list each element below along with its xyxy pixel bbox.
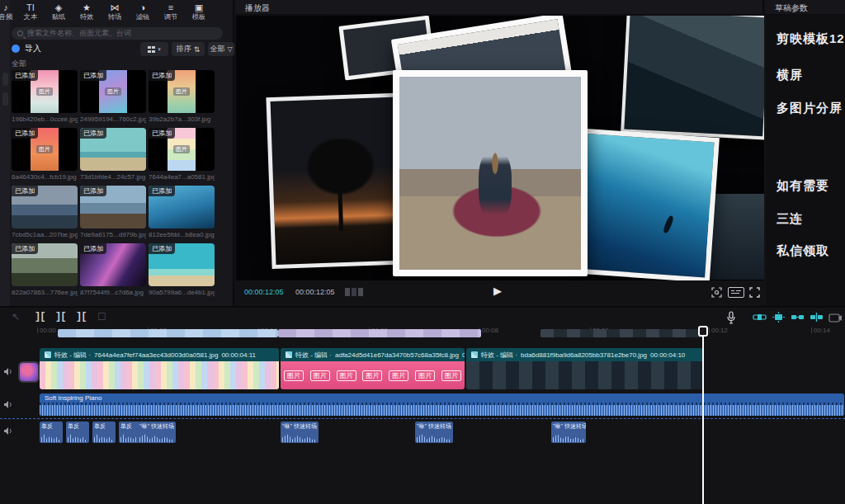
mute-track-icon[interactable] — [3, 367, 13, 376]
tab-audio[interactable]: ♪音频 — [0, 0, 17, 26]
clip-header: 特效 - 编辑 · adfa24d5d41e67da3470b57c68a35f… — [281, 348, 465, 361]
media-item[interactable]: 已添加 7cbd5c1aa...207be.jpg — [12, 186, 78, 238]
effect-icon — [45, 351, 51, 358]
preview-photo-mountains — [621, 16, 764, 140]
snap-icon[interactable] — [772, 312, 786, 323]
media-item[interactable]: 已添加 图片 249959194...760c2.jpg — [80, 70, 146, 123]
added-badge: 已添加 — [12, 70, 38, 81]
preview-photo-corner — [706, 194, 764, 280]
tab-filters[interactable]: ◑滤镜 — [129, 0, 157, 26]
ruler-tick: 00:08 — [482, 327, 498, 334]
play-button[interactable]: ▶ — [493, 285, 502, 297]
ruler-tick: 00:14 — [814, 327, 830, 334]
param-line: 三连 — [777, 211, 803, 227]
collapsed-nav-pill[interactable] — [2, 73, 8, 86]
overlay-track-segment[interactable] — [541, 329, 703, 337]
clip-thumbnails — [40, 361, 279, 389]
ruler-tick: 00:00 — [40, 327, 56, 334]
fit-screen-icon[interactable] — [711, 287, 722, 298]
media-thumbnail: 已添加 图片 — [12, 128, 78, 171]
preview-axis-icon[interactable] — [810, 312, 824, 323]
overlay-track-segment[interactable] — [278, 329, 481, 337]
linkage-icon[interactable] — [791, 312, 805, 323]
split-icon-3[interactable]: ][ — [76, 311, 86, 323]
media-thumbnail: 已添加 — [80, 186, 146, 228]
media-item[interactable]: 已添加 图片 6a46430c4...fcb19.jpg — [12, 128, 78, 181]
player-title: 播放器 — [245, 2, 270, 14]
added-badge: 已添加 — [149, 70, 175, 81]
frame-grid-icon[interactable] — [345, 288, 363, 296]
search-input[interactable]: 搜索文件名称、画面元素、台词 — [12, 27, 223, 40]
adjust-icon: ≡ — [157, 2, 185, 12]
tab-transitions[interactable]: ⋈转场 — [101, 0, 129, 26]
tab-effects[interactable]: ★特效 — [73, 0, 101, 26]
sfx-clip-shutter[interactable]: 单反 — [66, 422, 89, 443]
media-item[interactable]: 已添加 812ee5fdd...b8ea0.jpg — [149, 186, 215, 238]
split-icon-2[interactable]: ][ — [55, 311, 65, 323]
tab-adjust[interactable]: ≡调节 — [157, 0, 185, 26]
audio-icon: ♪ — [0, 2, 17, 12]
asset-tabs: ♪音频 TI文本 ◈贴纸 ★特效 ⋈转场 ◑滤镜 ≡调节 ▣模板 — [0, 0, 234, 26]
video-clip-2[interactable]: 特效 - 编辑 · adfa24d5d41e67da3470b57c68a35f… — [281, 348, 465, 389]
import-row: 导入 ▾ 排序 ⇅ 全部 ▽ — [12, 42, 223, 57]
playhead[interactable] — [702, 326, 704, 504]
tab-sticker[interactable]: ◈贴纸 — [45, 0, 73, 26]
ratio-icon[interactable] — [728, 287, 744, 298]
audio-clip[interactable]: Soft Inspiring Piano — [40, 393, 844, 416]
media-item[interactable]: 已添加 图片 7644a4ea7...a0581.jpg — [149, 128, 215, 181]
sfx-clip-whoosh[interactable]: "咻" 快速转场 — [415, 422, 453, 443]
media-filename: 6a46430c4...fcb19.jpg — [12, 173, 78, 181]
media-thumbnail: 已添加 图片 — [80, 70, 146, 113]
media-item[interactable]: 已添加 73d1bfde4...24c57.jpg — [80, 128, 146, 181]
pic-badge: 图片 — [284, 370, 304, 381]
media-item[interactable]: 已添加 图片 196b420eb...0ccee.jpg — [12, 70, 78, 123]
import-button[interactable]: 导入 — [12, 43, 41, 54]
view-mode-button[interactable]: ▾ — [140, 42, 168, 56]
media-item[interactable]: 已添加 7de9a6175...d979b.jpg — [80, 186, 146, 238]
pic-badge: 图片 — [337, 370, 356, 381]
sfx-clip-shutter[interactable]: 单反 — [92, 422, 116, 443]
params-title: 草稿参数 — [775, 2, 808, 14]
media-item[interactable]: 已添加 822a07863...776ee.jpg — [12, 243, 78, 296]
video-clip-3[interactable]: 特效 - 编辑 · bda6d881f9ba9d6a8205bb3781e2be… — [466, 348, 703, 389]
collapsed-nav-pill[interactable] — [2, 92, 8, 106]
grid-view-icon — [148, 46, 155, 53]
tab-text[interactable]: TI文本 — [17, 0, 45, 26]
tab-templates[interactable]: ▣模板 — [185, 0, 213, 26]
sfx-clip-shutter[interactable]: 单反 — [40, 422, 63, 443]
video-clip-1[interactable]: 特效 - 编辑 · 7644a4ea7fef74aa3ec43d003d0a05… — [40, 348, 279, 389]
fullscreen-icon[interactable] — [749, 287, 760, 298]
media-item[interactable]: 已添加 90a5799a6...de4b1.jpg — [149, 243, 215, 296]
track-cover-thumbnail[interactable] — [18, 361, 40, 383]
filter-all-button[interactable]: 全部 ▽ — [208, 42, 234, 56]
mute-audio-track-icon[interactable] — [3, 400, 13, 409]
media-item[interactable]: 已添加 图片 39b2a2b7a...303f.jpg — [149, 70, 215, 123]
timeline-settings-icon[interactable] — [828, 312, 842, 327]
player-header: 播放器 — [236, 0, 762, 15]
pic-badge: 图片 — [173, 87, 190, 96]
added-badge: 已添加 — [12, 186, 38, 196]
frame-icon[interactable]: ☐ — [97, 311, 106, 323]
effect-icon — [471, 351, 478, 358]
media-item[interactable]: 已添加 87f7544f9...c7d6a.jpg — [80, 243, 146, 296]
media-panel: ♪音频 TI文本 ◈贴纸 ★特效 ⋈转场 ◑滤镜 ≡调节 ▣模板 搜索文件名称、… — [0, 0, 234, 306]
mute-sfx-track-icon[interactable] — [3, 426, 13, 436]
video-preview[interactable] — [236, 16, 764, 280]
split-icon-1[interactable]: ][ — [35, 311, 45, 323]
added-badge: 已添加 — [80, 186, 106, 196]
playhead-handle[interactable] — [698, 326, 708, 337]
media-thumbnail: 已添加 图片 — [149, 128, 215, 171]
mic-icon[interactable] — [726, 311, 736, 324]
player-controls-bar: 00:00:12:05 00:00:12:05 ▶ — [236, 280, 764, 306]
sort-button[interactable]: 排序 ⇅ — [172, 42, 205, 56]
magnet-icon[interactable] — [753, 312, 767, 323]
overlay-track-segment[interactable] — [58, 329, 278, 337]
sfx-clip-whoosh[interactable]: "咻" 快速转场 — [281, 422, 319, 443]
sfx-clip-whoosh[interactable]: "咻" 快速转场 — [551, 422, 586, 443]
effects-icon: ★ — [73, 2, 101, 12]
undo-icon[interactable]: ↖ — [12, 311, 20, 323]
sfx-clip-whoosh[interactable]: "咻" 快速转场 — [138, 422, 176, 443]
import-dot-icon — [12, 45, 20, 53]
left-edge-strip — [0, 0, 10, 306]
clip-filename: bda6d881f9ba9d6a8205bb3781e2be70.jpg — [521, 351, 647, 359]
